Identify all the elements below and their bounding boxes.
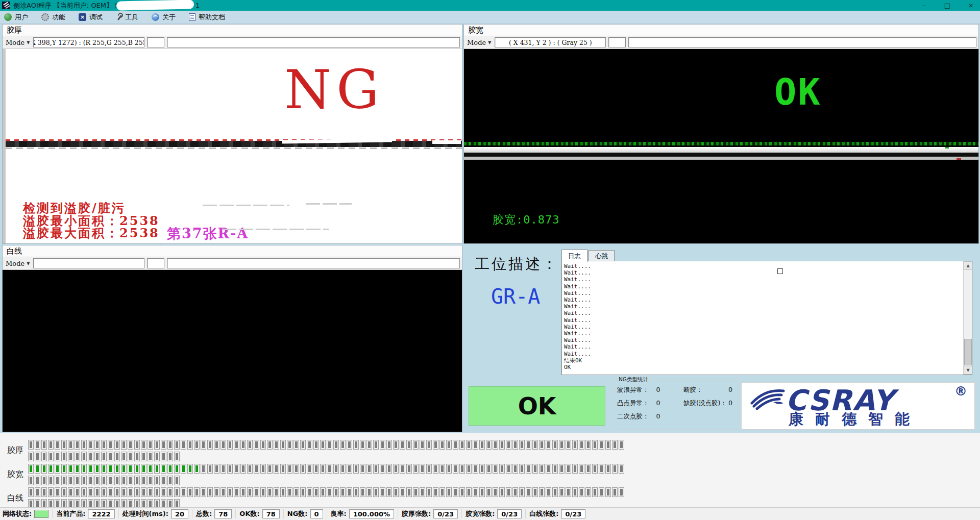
status-item: OK数:78 — [235, 509, 279, 518]
status-item: 总数:78 — [192, 509, 232, 518]
scroll-up-icon[interactable]: ▲ — [964, 261, 972, 270]
toolbar-field-small[interactable] — [147, 37, 164, 47]
progress-block — [154, 440, 160, 450]
status-label: 网络状态: — [3, 509, 32, 518]
debug-icon — [79, 13, 86, 21]
minimize-button[interactable]: – — [919, 1, 929, 11]
progress-block — [599, 487, 604, 497]
edge-artifact — [945, 147, 949, 148]
progress-block — [141, 476, 146, 485]
progress-block — [154, 464, 160, 474]
progress-block — [459, 440, 465, 450]
log-scrollbar[interactable]: ▲ ▼ — [963, 261, 972, 375]
menu-item-about[interactable]: 关于 — [152, 13, 176, 22]
progress-block — [585, 440, 591, 450]
network-status-indicator — [34, 510, 48, 518]
progress-block — [55, 452, 60, 461]
progress-block — [274, 487, 279, 497]
progress-block — [280, 440, 286, 450]
progress-block — [174, 452, 180, 461]
progress-block — [247, 440, 253, 450]
progress-block — [559, 464, 565, 474]
progress-block — [174, 476, 180, 485]
toolbar-field-wide[interactable] — [628, 37, 976, 47]
progress-block — [55, 440, 60, 450]
toolbar-field-small[interactable] — [147, 258, 164, 268]
progress-block — [148, 440, 153, 450]
log-checkbox[interactable] — [777, 268, 783, 274]
toolbar-field-small[interactable] — [608, 37, 626, 47]
mode-dropdown[interactable]: Mode▼ — [466, 39, 492, 46]
status-label: 胶厚张数: — [402, 509, 431, 518]
progress-block — [579, 440, 584, 450]
log-line: Wait.... — [564, 290, 962, 296]
panel-glue-thickness-toolbar: Mode▼ (X 398,Y 1272) : (R 255,G 255,B 25… — [3, 36, 462, 49]
toolbar-field-wide[interactable] — [167, 37, 460, 47]
mode-dropdown[interactable]: Mode▼ — [5, 39, 31, 46]
registered-mark: ® — [954, 384, 967, 399]
progress-block — [353, 440, 359, 450]
menu-item-debug[interactable]: 调试 — [79, 13, 103, 22]
progress-block — [333, 487, 339, 497]
progress-block — [41, 452, 47, 461]
frame-tag-text: 第37张R-A — [167, 225, 249, 243]
status-item: 良率:100.000% — [327, 509, 394, 518]
progress-block — [141, 440, 146, 450]
progress-block — [128, 487, 133, 497]
menu-item-function[interactable]: 功能 — [41, 13, 65, 22]
progress-block — [28, 452, 34, 461]
progress-block — [128, 464, 133, 474]
progress-block — [499, 464, 505, 474]
gray-scribble — [222, 229, 329, 230]
progress-block — [227, 440, 233, 450]
result-text-ok: OK — [774, 73, 822, 110]
ng-stat-label: 断胶： — [683, 386, 703, 394]
progress-block — [439, 440, 445, 450]
status-label: 白线张数: — [529, 509, 558, 518]
progress-row — [28, 440, 624, 450]
progress-block — [320, 464, 326, 474]
progress-block — [68, 476, 74, 485]
progress-block — [380, 440, 385, 450]
progress-block — [161, 476, 166, 485]
log-line: Wait.... — [564, 296, 962, 303]
maximize-button[interactable]: □ — [942, 1, 952, 11]
progress-block — [539, 440, 545, 450]
log-list[interactable]: Wait....Wait....Wait....Wait....Wait....… — [561, 261, 972, 375]
user-icon — [4, 13, 12, 21]
scroll-down-icon[interactable]: ▼ — [964, 366, 972, 375]
progress-block — [373, 464, 379, 474]
result-ok-button[interactable]: OK — [469, 386, 605, 426]
glue-thickness-image[interactable]: NG 检测到溢胶/脏污 溢胶最小面积：2538 溢胶最大面积：2538 第37张… — [3, 49, 462, 243]
progress-block — [88, 487, 93, 497]
progress-block — [579, 464, 584, 474]
mode-dropdown[interactable]: Mode▼ — [5, 260, 31, 267]
progress-block — [473, 464, 478, 474]
progress-block — [313, 464, 319, 474]
progress-block — [619, 464, 624, 474]
progress-block — [320, 487, 326, 497]
log-line: Wait.... — [564, 343, 962, 350]
progress-block — [68, 464, 74, 474]
progress-block — [121, 440, 127, 450]
progress-row — [28, 452, 180, 461]
menu-item-help[interactable]: 帮助文档 — [189, 13, 225, 22]
menu-item-user[interactable]: 用户 — [4, 13, 28, 22]
scrollbar-thumb[interactable] — [964, 339, 972, 365]
progress-block — [134, 487, 140, 497]
progress-block — [486, 487, 492, 497]
progress-block — [506, 440, 511, 450]
close-button[interactable]: × — [966, 1, 976, 11]
log-line: Wait.... — [564, 310, 962, 316]
progress-block — [121, 452, 127, 461]
progress-block — [148, 476, 153, 485]
progress-block — [380, 487, 385, 497]
progress-block — [539, 464, 545, 474]
toolbar-field-wide[interactable] — [167, 258, 460, 268]
glue-width-image[interactable]: OK 胶宽:0.873 — [464, 49, 978, 243]
menu-item-tools[interactable]: 工具 — [116, 13, 138, 22]
progress-block — [81, 487, 87, 497]
white-line-image[interactable] — [3, 270, 462, 432]
station-description-label: 工位描述： — [475, 254, 559, 275]
tab-log[interactable]: 日志 — [561, 250, 587, 262]
